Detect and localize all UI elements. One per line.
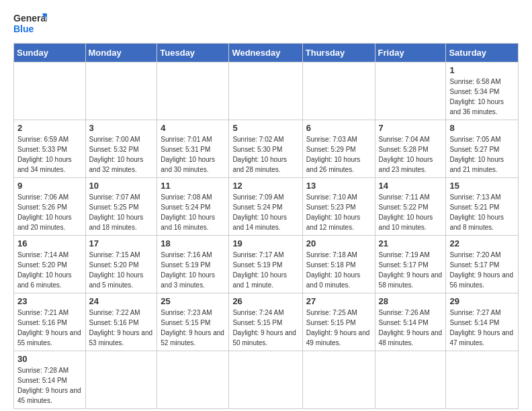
day-sun-info: Sunrise: 7:11 AM Sunset: 5:22 PM Dayligh… (379, 192, 443, 232)
weekday-header-monday: Monday (85, 44, 157, 62)
day-number: 10 (89, 181, 154, 191)
logo: General Blue (13, 11, 47, 38)
day-number: 25 (161, 296, 225, 306)
weekday-header-friday: Friday (375, 44, 446, 62)
day-sun-info: Sunrise: 7:06 AM Sunset: 5:26 PM Dayligh… (17, 192, 82, 232)
day-number: 3 (89, 123, 154, 133)
calendar-week-row: 16Sunrise: 7:14 AM Sunset: 5:20 PM Dayli… (14, 236, 519, 293)
calendar-cell: 20Sunrise: 7:18 AM Sunset: 5:18 PM Dayli… (302, 236, 375, 293)
calendar-cell (85, 62, 157, 120)
svg-text:General: General (13, 13, 47, 24)
day-number: 24 (89, 296, 154, 306)
day-number: 13 (306, 181, 371, 191)
calendar-cell: 9Sunrise: 7:06 AM Sunset: 5:26 PM Daylig… (14, 178, 86, 236)
day-sun-info: Sunrise: 7:01 AM Sunset: 5:31 PM Dayligh… (161, 134, 225, 175)
calendar-cell (302, 351, 375, 409)
day-sun-info: Sunrise: 7:20 AM Sunset: 5:17 PM Dayligh… (449, 250, 515, 290)
calendar-cell (375, 62, 446, 120)
calendar-cell: 24Sunrise: 7:22 AM Sunset: 5:16 PM Dayli… (85, 293, 157, 351)
calendar-cell: 29Sunrise: 7:27 AM Sunset: 5:14 PM Dayli… (446, 293, 519, 351)
calendar-cell (14, 62, 86, 120)
day-sun-info: Sunrise: 7:13 AM Sunset: 5:21 PM Dayligh… (449, 192, 515, 232)
day-sun-info: Sunrise: 7:10 AM Sunset: 5:23 PM Dayligh… (306, 192, 371, 232)
day-number: 20 (306, 238, 371, 248)
day-number: 12 (232, 181, 298, 191)
day-sun-info: Sunrise: 7:05 AM Sunset: 5:27 PM Dayligh… (449, 134, 515, 175)
day-number: 11 (161, 181, 225, 191)
day-number: 1 (449, 65, 515, 75)
generalblue-logo-icon: General Blue (13, 11, 47, 38)
day-sun-info: Sunrise: 7:04 AM Sunset: 5:28 PM Dayligh… (379, 134, 443, 175)
day-sun-info: Sunrise: 7:18 AM Sunset: 5:18 PM Dayligh… (306, 250, 371, 290)
calendar-cell: 14Sunrise: 7:11 AM Sunset: 5:22 PM Dayli… (375, 178, 446, 236)
day-sun-info: Sunrise: 7:16 AM Sunset: 5:19 PM Dayligh… (161, 250, 225, 290)
calendar-cell: 17Sunrise: 7:15 AM Sunset: 5:20 PM Dayli… (85, 236, 157, 293)
calendar-cell (157, 62, 229, 120)
calendar-cell: 4Sunrise: 7:01 AM Sunset: 5:31 PM Daylig… (157, 120, 229, 178)
svg-text:Blue: Blue (13, 24, 34, 34)
calendar-week-row: 1Sunrise: 6:58 AM Sunset: 5:34 PM Daylig… (14, 62, 519, 120)
day-sun-info: Sunrise: 7:25 AM Sunset: 5:15 PM Dayligh… (306, 308, 371, 348)
day-sun-info: Sunrise: 7:15 AM Sunset: 5:20 PM Dayligh… (89, 250, 154, 290)
weekday-header-saturday: Saturday (446, 44, 519, 62)
day-sun-info: Sunrise: 7:07 AM Sunset: 5:25 PM Dayligh… (89, 192, 154, 232)
calendar-cell: 30Sunrise: 7:28 AM Sunset: 5:14 PM Dayli… (14, 351, 86, 409)
day-number: 23 (17, 296, 82, 306)
calendar-cell: 10Sunrise: 7:07 AM Sunset: 5:25 PM Dayli… (85, 178, 157, 236)
day-sun-info: Sunrise: 7:21 AM Sunset: 5:16 PM Dayligh… (17, 308, 82, 348)
calendar-cell: 11Sunrise: 7:08 AM Sunset: 5:24 PM Dayli… (157, 178, 229, 236)
calendar-cell: 19Sunrise: 7:17 AM Sunset: 5:19 PM Dayli… (229, 236, 302, 293)
calendar-week-row: 2Sunrise: 6:59 AM Sunset: 5:33 PM Daylig… (14, 120, 519, 178)
day-sun-info: Sunrise: 7:08 AM Sunset: 5:24 PM Dayligh… (161, 192, 225, 232)
calendar-cell: 28Sunrise: 7:26 AM Sunset: 5:14 PM Dayli… (375, 293, 446, 351)
calendar-cell: 27Sunrise: 7:25 AM Sunset: 5:15 PM Dayli… (302, 293, 375, 351)
day-sun-info: Sunrise: 7:02 AM Sunset: 5:30 PM Dayligh… (232, 134, 298, 175)
day-number: 9 (17, 181, 82, 191)
calendar-cell: 25Sunrise: 7:23 AM Sunset: 5:15 PM Dayli… (157, 293, 229, 351)
day-sun-info: Sunrise: 7:23 AM Sunset: 5:15 PM Dayligh… (161, 308, 225, 348)
calendar-cell: 1Sunrise: 6:58 AM Sunset: 5:34 PM Daylig… (446, 62, 519, 120)
day-sun-info: Sunrise: 7:27 AM Sunset: 5:14 PM Dayligh… (449, 308, 515, 348)
day-number: 22 (449, 238, 515, 248)
day-number: 4 (161, 123, 225, 133)
calendar-cell: 3Sunrise: 7:00 AM Sunset: 5:32 PM Daylig… (85, 120, 157, 178)
weekday-header-wednesday: Wednesday (229, 44, 302, 62)
calendar-cell: 21Sunrise: 7:19 AM Sunset: 5:17 PM Dayli… (375, 236, 446, 293)
day-number: 19 (232, 238, 298, 248)
weekday-header-sunday: Sunday (14, 44, 86, 62)
day-number: 30 (17, 354, 82, 364)
calendar-cell (446, 351, 519, 409)
calendar-cell (229, 351, 302, 409)
calendar-cell: 15Sunrise: 7:13 AM Sunset: 5:21 PM Dayli… (446, 178, 519, 236)
calendar-cell: 26Sunrise: 7:24 AM Sunset: 5:15 PM Dayli… (229, 293, 302, 351)
calendar-cell (85, 351, 157, 409)
calendar-cell: 2Sunrise: 6:59 AM Sunset: 5:33 PM Daylig… (14, 120, 86, 178)
calendar-cell: 5Sunrise: 7:02 AM Sunset: 5:30 PM Daylig… (229, 120, 302, 178)
calendar-cell (375, 351, 446, 409)
day-number: 26 (232, 296, 298, 306)
calendar-cell: 22Sunrise: 7:20 AM Sunset: 5:17 PM Dayli… (446, 236, 519, 293)
day-number: 5 (232, 123, 298, 133)
weekday-header-row: SundayMondayTuesdayWednesdayThursdayFrid… (14, 44, 519, 62)
calendar-cell: 18Sunrise: 7:16 AM Sunset: 5:19 PM Dayli… (157, 236, 229, 293)
day-number: 2 (17, 123, 82, 133)
day-sun-info: Sunrise: 7:28 AM Sunset: 5:14 PM Dayligh… (17, 365, 82, 406)
day-sun-info: Sunrise: 7:24 AM Sunset: 5:15 PM Dayligh… (232, 308, 298, 348)
day-number: 21 (379, 238, 443, 248)
day-number: 14 (379, 181, 443, 191)
calendar-cell: 16Sunrise: 7:14 AM Sunset: 5:20 PM Dayli… (14, 236, 86, 293)
calendar-cell (157, 351, 229, 409)
day-number: 8 (449, 123, 515, 133)
calendar-cell: 12Sunrise: 7:09 AM Sunset: 5:24 PM Dayli… (229, 178, 302, 236)
day-sun-info: Sunrise: 6:58 AM Sunset: 5:34 PM Dayligh… (449, 77, 515, 117)
day-sun-info: Sunrise: 7:00 AM Sunset: 5:32 PM Dayligh… (89, 134, 154, 175)
weekday-header-thursday: Thursday (302, 44, 375, 62)
calendar-week-row: 23Sunrise: 7:21 AM Sunset: 5:16 PM Dayli… (14, 293, 519, 351)
calendar-week-row: 9Sunrise: 7:06 AM Sunset: 5:26 PM Daylig… (14, 178, 519, 236)
calendar-table: SundayMondayTuesdayWednesdayThursdayFrid… (13, 43, 519, 409)
day-sun-info: Sunrise: 7:19 AM Sunset: 5:17 PM Dayligh… (379, 250, 443, 290)
day-sun-info: Sunrise: 7:17 AM Sunset: 5:19 PM Dayligh… (232, 250, 298, 290)
day-sun-info: Sunrise: 7:09 AM Sunset: 5:24 PM Dayligh… (232, 192, 298, 232)
page-header: General Blue (13, 11, 519, 38)
calendar-cell: 13Sunrise: 7:10 AM Sunset: 5:23 PM Dayli… (302, 178, 375, 236)
